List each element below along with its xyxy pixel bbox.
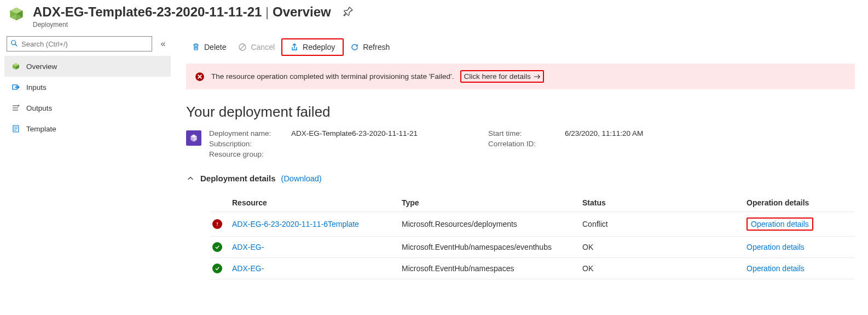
meta-sub-label: Subscription: (209, 140, 291, 148)
sidebar-item-outputs[interactable]: Outputs (4, 98, 171, 118)
delete-button[interactable]: Delete (186, 41, 232, 54)
svg-line-18 (240, 45, 245, 49)
sidebar-item-overview[interactable]: Overview (4, 56, 171, 77)
col-op: Operation details (747, 198, 853, 207)
sidebar-item-label: Outputs (26, 104, 52, 112)
delete-icon (192, 43, 200, 51)
search-input-wrapper (7, 36, 152, 51)
main-content: Delete Cancel Redeploy (171, 32, 868, 279)
deployment-meta: Deployment name: ADX-EG-Template6-23-202… (186, 129, 855, 158)
page-subtitle: Deployment (33, 21, 861, 28)
toolbar: Delete Cancel Redeploy (186, 36, 855, 58)
refresh-icon (350, 43, 359, 51)
deployment-status-heading: Your deployment failed (186, 104, 855, 121)
status-error-icon (212, 219, 232, 229)
col-type: Type (402, 198, 582, 207)
resource-link[interactable]: ADX-EG- (232, 264, 402, 273)
inputs-icon (11, 83, 21, 91)
redeploy-button[interactable]: Redeploy (285, 41, 340, 54)
svg-point-24 (217, 225, 218, 226)
table-header: Resource Type Status Operation details (210, 194, 855, 212)
table-row: ADX-EG-6-23-2020-11-11-6TemplateMicrosof… (210, 212, 855, 237)
resource-link[interactable]: ADX-EG-6-23-2020-11-11-6Template (232, 220, 402, 228)
operation-details-link[interactable]: Operation details (747, 217, 813, 231)
error-details-link[interactable]: Click here for details (464, 72, 540, 81)
meta-rg-label: Resource group: (209, 150, 291, 158)
template-icon (11, 124, 21, 133)
page-header: ADX-EG-Template6-23-2020-11-11-21 | Over… (0, 0, 868, 32)
col-status: Status (582, 198, 747, 207)
status-cell: OK (582, 243, 747, 251)
search-input[interactable] (21, 40, 148, 48)
title-name: ADX-EG-Template6-23-2020-11-11-21 (33, 4, 262, 19)
redeploy-icon (290, 43, 299, 51)
collapse-icon[interactable]: « (158, 39, 169, 49)
meta-start-value: 6/23/2020, 11:11:20 AM (565, 129, 729, 138)
operation-details-cell: Operation details (747, 217, 853, 231)
error-banner: The resource operation completed with te… (186, 64, 855, 89)
title-section: Overview (273, 4, 331, 19)
deployment-details-header: Deployment details (Download) (186, 174, 855, 183)
type-cell: Microsoft.Resources/deployments (402, 220, 582, 228)
page-title: ADX-EG-Template6-23-2020-11-11-21 | Over… (33, 4, 331, 20)
col-resource: Resource (232, 198, 402, 207)
svg-point-4 (11, 40, 16, 44)
status-ok-icon (212, 264, 232, 273)
sidebar-item-inputs[interactable]: Inputs (4, 77, 171, 98)
overview-icon (11, 62, 21, 71)
meta-depname-label: Deployment name: (209, 129, 291, 138)
operation-details-cell: Operation details (747, 243, 853, 251)
operation-details-link[interactable]: Operation details (747, 243, 805, 251)
error-icon (195, 72, 205, 82)
deployment-details-table: Resource Type Status Operation details A… (210, 194, 855, 279)
meta-rg-value (291, 150, 488, 158)
meta-corr-label: Correlation ID: (488, 140, 565, 148)
resource-link[interactable]: ADX-EG- (232, 243, 402, 251)
deployment-icon (7, 7, 26, 26)
cancel-button: Cancel (233, 41, 280, 54)
outputs-icon (11, 104, 21, 112)
meta-depname-value: ADX-EG-Template6-23-2020-11-11-21 (291, 129, 488, 138)
operation-details-cell: Operation details (747, 264, 853, 273)
type-cell: Microsoft.EventHub/namespaces/eventhubs (402, 243, 582, 251)
cancel-icon (238, 43, 247, 51)
download-link[interactable]: (Download) (281, 174, 322, 183)
refresh-button[interactable]: Refresh (345, 41, 395, 54)
sidebar-item-label: Overview (26, 62, 57, 71)
type-cell: Microsoft.EventHub/namespaces (402, 264, 582, 273)
meta-sub-value (291, 140, 488, 148)
operation-details-link[interactable]: Operation details (747, 264, 805, 273)
section-title: Deployment details (200, 174, 276, 183)
chevron-up-icon[interactable] (186, 174, 195, 183)
svg-line-5 (15, 44, 18, 46)
cube-icon (186, 130, 201, 146)
status-cell: OK (582, 264, 747, 273)
error-message: The resource operation completed with te… (211, 72, 454, 81)
status-ok-icon (212, 242, 232, 252)
table-row: ADX-EG-Microsoft.EventHub/namespaces/eve… (210, 237, 855, 258)
pin-icon[interactable] (343, 7, 353, 18)
table-row: ADX-EG-Microsoft.EventHub/namespacesOKOp… (210, 258, 855, 279)
meta-start-label: Start time: (488, 129, 565, 138)
sidebar-item-label: Template (26, 125, 56, 133)
sidebar: « Overview Inputs Outputs Template (0, 32, 171, 279)
sidebar-item-template[interactable]: Template (4, 118, 171, 139)
status-cell: Conflict (582, 220, 747, 228)
meta-corr-value (565, 140, 729, 148)
arrow-right-icon (533, 73, 541, 81)
search-icon (10, 39, 18, 49)
sidebar-item-label: Inputs (26, 83, 47, 91)
